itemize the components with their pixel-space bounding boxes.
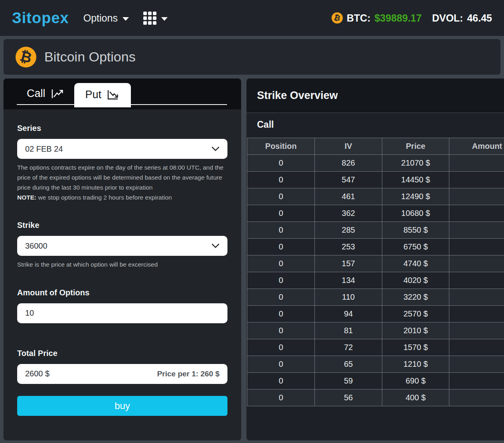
table-header-row: PositionIVPriceAmount [247,138,504,155]
cell-price: 2570 $ [382,306,449,322]
cell-amount [449,373,504,390]
cell-price: 21070 $ [382,155,449,172]
trend-down-icon [107,89,120,101]
chevron-down-icon [123,17,129,21]
cell-price: 1210 $ [382,356,449,373]
order-form: Series 02 FEB 24 The options contracts e… [4,109,241,416]
page-title: Bitcoin Options [44,49,136,65]
buy-button[interactable]: buy [17,396,227,416]
cell-position: 0 [247,272,315,289]
table-row: 01574740 $ [247,255,504,272]
total-price-value: 2600 $ [25,369,49,378]
nav-apps-menu[interactable] [143,12,168,25]
cell-amount [449,272,504,289]
tab-put[interactable]: Put [74,83,131,107]
cell-iv: 253 [315,239,382,255]
amount-input[interactable]: 10 [17,303,227,323]
top-navbar: Зitopex Options ₿ BTC: $39889.17 DVOL: 4… [0,0,504,36]
strike-label: Strike [17,221,227,230]
table-row: 01344020 $ [247,272,504,289]
cell-iv: 56 [315,390,382,406]
strike-select[interactable]: 36000 [17,236,227,256]
table-row: 02858550 $ [247,222,504,239]
chevron-down-icon [161,17,168,21]
table-row: 0721570 $ [247,339,504,356]
cell-iv: 72 [315,339,382,356]
cell-position: 0 [247,155,315,172]
app-root: Зitopex Options ₿ BTC: $39889.17 DVOL: 4… [0,0,504,443]
cell-price: 400 $ [382,390,449,406]
table-row: 056400 $ [247,390,504,406]
amount-group: Amount of Options 10 [17,288,227,323]
grid-apps-icon [143,12,156,25]
panels-row: Call Put [3,78,501,441]
cell-amount [449,289,504,306]
cell-amount [449,322,504,339]
cell-position: 0 [247,239,315,255]
cell-price: 4020 $ [382,272,449,289]
series-group: Series 02 FEB 24 The options contracts e… [17,124,227,202]
cell-amount [449,172,504,188]
column-header-price: Price [382,138,449,155]
cell-price: 10680 $ [382,205,449,222]
cell-amount [449,339,504,356]
table-row: 0651210 $ [247,356,504,373]
bitcoin-icon: ₿ [16,47,36,67]
tab-call[interactable]: Call [16,83,74,104]
bitopex-logo[interactable]: Зitopex [12,10,69,27]
price-ticker: ₿ BTC: $39889.17 DVOL: 46.45 [332,12,492,24]
cell-iv: 461 [315,188,382,205]
cell-position: 0 [247,172,315,188]
table-row: 01103220 $ [247,289,504,306]
cell-iv: 362 [315,205,382,222]
table-row: 054714450 $ [247,172,504,188]
cell-iv: 285 [315,222,382,239]
column-header-amount: Amount [449,138,504,155]
total-price-field[interactable]: 2600 $ Price per 1: 260 $ [17,364,227,384]
strike-table: PositionIVPriceAmount 082621070 $0547144… [247,138,504,406]
cell-price: 14450 $ [382,172,449,188]
cell-iv: 157 [315,255,382,272]
table-row: 0812010 $ [247,322,504,339]
strike-overview-panel: Strike Overview Call PositionIVPriceAmou… [246,78,504,441]
option-type-tabs: Call Put [4,79,241,109]
column-header-position: Position [247,138,315,155]
table-row: 046112490 $ [247,188,504,205]
cell-iv: 110 [315,289,382,306]
cell-amount [449,205,504,222]
cell-price: 1570 $ [382,339,449,356]
nav-options-menu[interactable]: Options [83,12,129,24]
order-panel: Call Put [3,78,241,441]
strike-hint: Strike is the price at which option will… [17,259,233,269]
series-label: Series [17,124,227,133]
table-row: 0942570 $ [247,306,504,322]
cell-amount [449,239,504,255]
cell-price: 3220 $ [382,289,449,306]
chevron-down-icon [211,243,219,248]
cell-position: 0 [247,373,315,390]
btc-label: BTC: [347,12,371,24]
series-hint: The options contracts expire on the day … [17,162,233,202]
cell-position: 0 [247,390,315,406]
total-group: Total Price 2600 $ Price per 1: 260 $ [17,349,227,384]
page-header: ₿ Bitcoin Options [3,39,501,75]
cell-amount [449,222,504,239]
cell-position: 0 [247,289,315,306]
tab-call-label: Call [27,87,45,100]
cell-position: 0 [247,188,315,205]
cell-position: 0 [247,205,315,222]
cell-position: 0 [247,222,315,239]
series-select[interactable]: 02 FEB 24 [17,139,227,159]
table-row: 02536750 $ [247,239,504,255]
cell-amount [449,255,504,272]
bitcoin-icon: ₿ [332,12,343,24]
cell-iv: 59 [315,373,382,390]
cell-amount [449,155,504,172]
cell-position: 0 [247,339,315,356]
cell-position: 0 [247,322,315,339]
cell-position: 0 [247,356,315,373]
cell-iv: 826 [315,155,382,172]
dvol-value: 46.45 [467,12,492,24]
strike-overview-header: Strike Overview [247,79,504,113]
price-per-unit: Price per 1: 260 $ [157,370,219,378]
